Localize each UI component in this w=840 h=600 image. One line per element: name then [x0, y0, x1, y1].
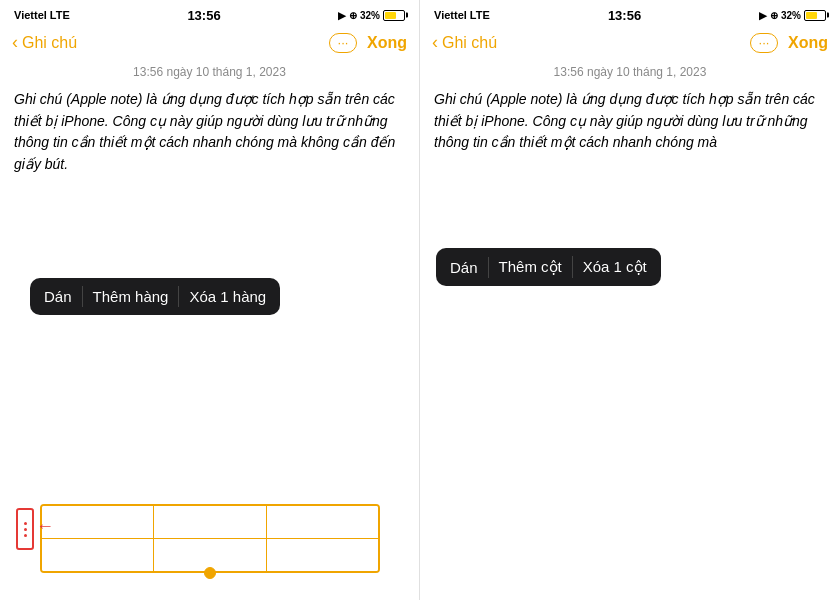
signal-icon-right: ▶ ⊕ — [759, 10, 778, 21]
carrier-left: Viettel LTE — [14, 9, 70, 21]
context-paste-left[interactable]: Dán — [34, 286, 83, 307]
dots-button-left[interactable]: ··· — [329, 33, 357, 53]
back-chevron-left: ‹ — [12, 32, 18, 53]
cell-2-1-left[interactable] — [42, 539, 154, 571]
cell-1-3-left[interactable] — [267, 506, 378, 538]
right-phone-screen: Viettel LTE 13:56 ▶ ⊕ 32% ‹ Ghi chú ··· … — [420, 0, 840, 600]
selection-dot-bottom-left — [204, 567, 216, 579]
context-menu-left: Dán Thêm hàng Xóa 1 hàng — [30, 278, 280, 315]
note-header-right: ‹ Ghi chú ··· Xong — [420, 28, 840, 59]
battery-icon-right — [804, 10, 826, 21]
back-button-right[interactable]: ‹ Ghi chú — [432, 32, 497, 53]
back-label-right: Ghi chú — [442, 34, 497, 52]
note-timestamp-right: 13:56 ngày 10 tháng 1, 2023 — [434, 63, 826, 81]
header-icons-left: ··· Xong — [329, 33, 407, 53]
table-left — [40, 504, 380, 573]
context-del-col-right[interactable]: Xóa 1 cột — [573, 256, 657, 278]
time-left: 13:56 — [187, 8, 220, 23]
status-bar-left: Viettel LTE 13:56 ▶ ⊕ 32% — [0, 0, 419, 28]
done-button-left[interactable]: Xong — [367, 34, 407, 52]
row-handle-left[interactable] — [16, 508, 34, 550]
context-add-col-right[interactable]: Thêm cột — [489, 256, 573, 278]
context-del-row-left[interactable]: Xóa 1 hàng — [179, 286, 276, 307]
left-phone-screen: Viettel LTE 13:56 ▶ ⊕ 32% ‹ Ghi chú ··· … — [0, 0, 420, 600]
context-paste-right[interactable]: Dán — [440, 257, 489, 278]
context-add-row-left[interactable]: Thêm hàng — [83, 286, 180, 307]
row-handle-dot-1 — [24, 522, 27, 525]
status-icons-right: ▶ ⊕ 32% — [759, 10, 826, 21]
context-menu-right: Dán Thêm cột Xóa 1 cột — [436, 248, 661, 286]
battery-percent-left: 32% — [360, 10, 380, 21]
note-header-left: ‹ Ghi chú ··· Xong — [0, 28, 419, 59]
time-right: 13:56 — [608, 8, 641, 23]
battery-percent-right: 32% — [781, 10, 801, 21]
back-chevron-right: ‹ — [432, 32, 438, 53]
cell-2-3-left[interactable] — [267, 539, 378, 571]
row-handle-dot-2 — [24, 528, 27, 531]
dots-label-left: ··· — [338, 35, 349, 50]
note-content-right: 13:56 ngày 10 tháng 1, 2023 Ghi chú (App… — [420, 59, 840, 164]
dots-label-right: ··· — [759, 35, 770, 50]
note-text-left: Ghi chú (Apple note) là ứng dụng được tí… — [14, 89, 405, 176]
signal-icon-left: ▶ ⊕ — [338, 10, 357, 21]
done-button-right[interactable]: Xong — [788, 34, 828, 52]
header-icons-right: ··· Xong — [750, 33, 828, 53]
cell-1-1-left[interactable] — [42, 506, 154, 538]
carrier-right: Viettel LTE — [434, 9, 490, 21]
table-grid-left — [40, 504, 380, 573]
table-row-1-left — [42, 506, 378, 538]
note-timestamp-left: 13:56 ngày 10 tháng 1, 2023 — [14, 63, 405, 81]
cell-1-2-left[interactable] — [154, 506, 266, 538]
status-bar-right: Viettel LTE 13:56 ▶ ⊕ 32% — [420, 0, 840, 28]
status-icons-left: ▶ ⊕ 32% — [338, 10, 405, 21]
row-handle-dot-3 — [24, 534, 27, 537]
red-arrow-left: ← — [36, 516, 54, 537]
note-content-left: 13:56 ngày 10 tháng 1, 2023 Ghi chú (App… — [0, 59, 419, 186]
battery-icon-left — [383, 10, 405, 21]
back-label-left: Ghi chú — [22, 34, 77, 52]
note-text-right: Ghi chú (Apple note) là ứng dụng được tí… — [434, 89, 826, 154]
back-button-left[interactable]: ‹ Ghi chú — [12, 32, 77, 53]
dots-button-right[interactable]: ··· — [750, 33, 778, 53]
